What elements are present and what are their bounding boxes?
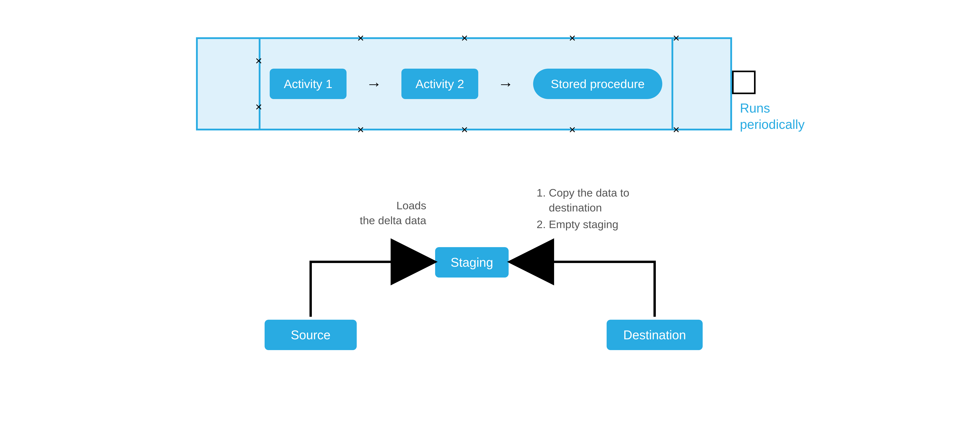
selection-handle-icon: × — [356, 34, 365, 42]
selection-handle-icon: × — [672, 34, 681, 42]
runs-periodically-label: Runs periodically — [740, 100, 818, 132]
arrow-icon: → — [366, 75, 382, 93]
arrow-source-to-staging — [311, 262, 428, 317]
selection-handle-icon: × — [568, 34, 577, 42]
selection-handle-icon: × — [672, 125, 681, 134]
selection-handle-icon: × — [255, 102, 263, 111]
activity-1-box: Activity 1 — [270, 69, 347, 99]
pipeline-inner-frame: Activity 1 → Activity 2 → Stored procedu… — [259, 39, 673, 129]
flow-arrows — [265, 196, 725, 373]
arrow-destination-to-staging — [517, 262, 655, 317]
data-flow-diagram: Loads the delta data Copy the data to de… — [265, 196, 725, 373]
selection-handle-icon: × — [255, 56, 263, 65]
diagram-canvas: Activity 1 → Activity 2 → Stored procedu… — [0, 0, 980, 426]
selection-handle-icon: × — [356, 125, 365, 134]
selection-handle-icon: × — [568, 125, 577, 134]
pipeline-container: Activity 1 → Activity 2 → Stored procedu… — [196, 37, 732, 131]
arrow-icon: → — [498, 75, 514, 93]
stored-procedure-label: Stored procedure — [551, 77, 644, 91]
selection-handle-icon: × — [460, 125, 469, 134]
activity-1-label: Activity 1 — [284, 77, 332, 91]
activity-2-label: Activity 2 — [415, 77, 464, 91]
activity-2-box: Activity 2 — [401, 69, 478, 99]
connector-handle — [732, 70, 756, 94]
stored-procedure-box: Stored procedure — [533, 69, 662, 99]
selection-handle-icon: × — [460, 34, 469, 42]
